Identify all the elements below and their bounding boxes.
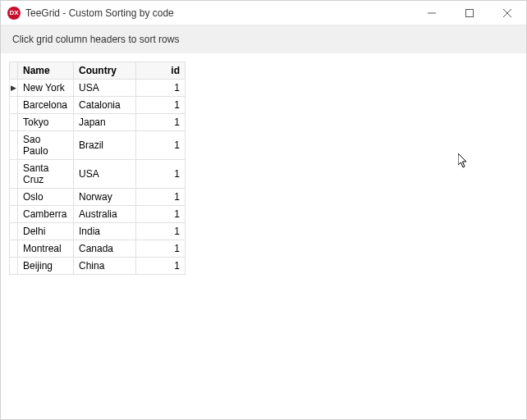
table-row[interactable]: BarcelonaCatalonia1 [10,97,186,114]
cell-id[interactable]: 1 [136,97,186,114]
cell-name[interactable]: Barcelona [18,97,74,114]
maximize-button[interactable] [451,1,488,25]
cell-name[interactable]: Sao Paulo [18,131,74,160]
cell-name[interactable]: Tokyo [18,114,74,131]
cell-id[interactable]: 1 [136,258,186,275]
cell-name[interactable]: Beijing [18,258,74,275]
cell-country[interactable]: Norway [74,189,136,206]
row-indicator [10,114,18,131]
table-row[interactable]: BeijingChina1 [10,258,186,275]
row-indicator [10,97,18,114]
instruction-text: Click grid column headers to sort rows [12,34,179,45]
grid-container: Name Country id ▶New YorkUSA1BarcelonaCa… [1,53,526,283]
row-indicator [10,131,18,160]
cell-country[interactable]: China [74,258,136,275]
cell-id[interactable]: 1 [136,114,186,131]
window-title: TeeGrid - Custom Sorting by code [25,7,413,19]
cell-name[interactable]: Santa Cruz [18,160,74,189]
cell-id[interactable]: 1 [136,131,186,160]
cell-country[interactable]: USA [74,80,136,97]
svg-rect-1 [466,9,474,16]
row-indicator [10,206,18,223]
row-indicator-header [10,62,18,80]
cell-id[interactable]: 1 [136,223,186,240]
cell-name[interactable]: New York [18,80,74,97]
row-indicator: ▶ [10,80,18,97]
table-row[interactable]: MontrealCanada1 [10,240,186,258]
table-row[interactable]: Santa CruzUSA1 [10,160,186,189]
cell-id[interactable]: 1 [136,80,186,97]
titlebar[interactable]: DX TeeGrid - Custom Sorting by code [1,1,526,25]
header-row: Name Country id [10,62,186,80]
cell-id[interactable]: 1 [136,240,186,258]
row-indicator [10,160,18,189]
column-header-country[interactable]: Country [74,62,136,80]
table-row[interactable]: TokyoJapan1 [10,114,186,131]
table-row[interactable]: OsloNorway1 [10,189,186,206]
cell-country[interactable]: USA [74,160,136,189]
cell-name[interactable]: Delhi [18,223,74,240]
row-indicator [10,223,18,240]
cell-name[interactable]: Montreal [18,240,74,258]
table-row[interactable]: ▶New YorkUSA1 [10,80,186,97]
cell-country[interactable]: Australia [74,206,136,223]
data-grid[interactable]: Name Country id ▶New YorkUSA1BarcelonaCa… [9,62,186,275]
app-icon: DX [7,7,21,20]
table-row[interactable]: DelhiIndia1 [10,223,186,240]
cell-name[interactable]: Camberra [18,206,74,223]
cell-country[interactable]: Japan [74,114,136,131]
cell-country[interactable]: Catalonia [74,97,136,114]
cell-name[interactable]: Oslo [18,189,74,206]
window-controls [413,1,526,25]
instruction-bar: Click grid column headers to sort rows [1,25,526,53]
cell-country[interactable]: Canada [74,240,136,258]
row-indicator [10,258,18,275]
table-row[interactable]: CamberraAustralia1 [10,206,186,223]
row-indicator [10,240,18,258]
column-header-name[interactable]: Name [18,62,74,80]
cell-country[interactable]: India [74,223,136,240]
cell-id[interactable]: 1 [136,189,186,206]
cell-id[interactable]: 1 [136,206,186,223]
minimize-button[interactable] [413,1,451,25]
column-header-id[interactable]: id [136,62,186,80]
cell-id[interactable]: 1 [136,160,186,189]
table-row[interactable]: Sao PauloBrazil1 [10,131,186,160]
cell-country[interactable]: Brazil [74,131,136,160]
row-indicator [10,189,18,206]
close-button[interactable] [488,1,526,25]
